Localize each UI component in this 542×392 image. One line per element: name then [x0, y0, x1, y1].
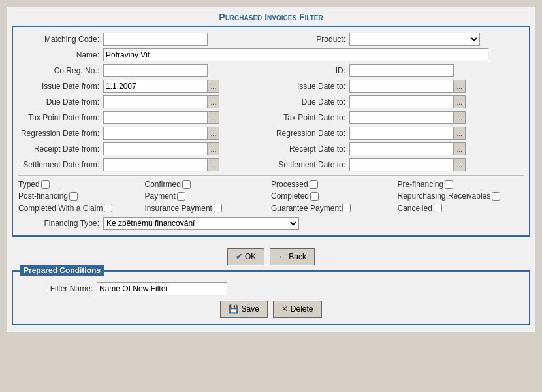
name-input[interactable]: [103, 48, 488, 61]
product-label: Product:: [271, 35, 349, 44]
id-input[interactable]: [349, 64, 454, 77]
delete-icon: ✕: [281, 304, 288, 314]
receipt-to-browse[interactable]: ...: [454, 142, 466, 155]
receipt-from-input[interactable]: [103, 142, 208, 155]
regression-to-label: Regression Date to:: [271, 129, 349, 138]
divider1: [18, 175, 524, 176]
ok-label: OK: [245, 252, 256, 261]
back-button[interactable]: ← Back: [270, 248, 315, 265]
settlement-from-input[interactable]: [103, 158, 208, 171]
receipt-from-group: ...: [103, 142, 219, 155]
cb-completed-claim-group: Completed With a Claim: [18, 204, 145, 213]
regression-from-input[interactable]: [103, 127, 208, 140]
confirmed-label: Confirmed: [145, 180, 181, 189]
coreg-input[interactable]: [103, 64, 208, 77]
receipt-from-browse[interactable]: ...: [208, 142, 219, 155]
financing-type-label: Financing Type:: [18, 219, 103, 228]
matching-code-input[interactable]: [103, 33, 208, 46]
due-date-from-group: ...: [103, 95, 219, 108]
issue-date-to-browse[interactable]: ...: [454, 80, 466, 93]
regression-to-browse[interactable]: ...: [454, 127, 466, 140]
cancelled-label: Cancelled: [398, 204, 432, 213]
issue-date-from-browse[interactable]: ...: [208, 80, 219, 93]
cb-confirmed-group: Confirmed: [145, 180, 272, 189]
row-issue-date: Issue Date from: ... Issue Date to: ...: [18, 80, 524, 93]
regression-from-browse[interactable]: ...: [208, 127, 219, 140]
issue-date-to-group: ...: [349, 80, 466, 93]
save-label: Save: [241, 304, 259, 314]
page-title: Purchased Invoices Filter: [7, 7, 535, 26]
issue-date-from-input[interactable]: [103, 80, 208, 93]
tax-point-from-label: Tax Point Date from:: [18, 113, 103, 122]
pre-financing-checkbox[interactable]: [445, 180, 453, 189]
repurchasing-checkbox[interactable]: [492, 192, 500, 201]
payment-checkbox[interactable]: [177, 192, 185, 201]
post-financing-checkbox[interactable]: [69, 192, 78, 201]
ok-button[interactable]: ✔ OK: [227, 248, 264, 265]
cb-payment-group: Payment: [145, 191, 272, 201]
receipt-to-input[interactable]: [349, 142, 454, 155]
due-date-to-browse[interactable]: ...: [454, 95, 466, 108]
cb-repurchasing-group: Repurchasing Receivables: [398, 191, 524, 201]
settlement-to-input[interactable]: [349, 158, 454, 171]
tax-point-from-group: ...: [103, 111, 219, 124]
processed-checkbox[interactable]: [310, 180, 318, 189]
due-date-from-label: Due Date from:: [18, 97, 103, 106]
coreg-label: Co.Reg. No.:: [18, 66, 103, 75]
checkbox-row-2: Post-financing Payment Completed Repurch…: [18, 191, 524, 201]
save-icon: 💾: [229, 304, 238, 314]
prepared-conditions-legend: Prepared Conditions: [20, 265, 104, 276]
financing-type-row: Financing Type: Ke zpětnému financování: [18, 217, 524, 230]
product-select[interactable]: [349, 33, 480, 46]
settlement-from-group: ...: [103, 158, 219, 171]
financing-type-select[interactable]: Ke zpětnému financování: [103, 217, 299, 230]
regression-to-input[interactable]: [349, 127, 454, 140]
typed-label: Typed: [18, 180, 40, 189]
cb-completed-group: Completed: [271, 191, 398, 201]
completed-checkbox[interactable]: [310, 192, 319, 201]
tax-point-from-input[interactable]: [103, 111, 208, 124]
settlement-to-browse[interactable]: ...: [454, 158, 466, 171]
row-settlement-date: Settlement Date from: ... Settlement Dat…: [18, 158, 524, 171]
typed-checkbox[interactable]: [41, 180, 50, 189]
receipt-to-group: ...: [349, 142, 466, 155]
completed-claim-checkbox[interactable]: [104, 204, 112, 212]
regression-from-group: ...: [103, 127, 219, 140]
cancelled-checkbox[interactable]: [434, 204, 442, 212]
settlement-from-browse[interactable]: ...: [208, 158, 219, 171]
due-date-to-input[interactable]: [349, 95, 454, 108]
row-name: Name:: [18, 48, 524, 61]
settlement-from-label: Settlement Date from:: [18, 160, 103, 169]
matching-code-label: Matching Code:: [18, 35, 103, 44]
due-date-to-group: ...: [349, 95, 466, 108]
insurance-payment-checkbox[interactable]: [214, 204, 222, 212]
save-delete-row: 💾 Save ✕ Delete: [18, 301, 524, 318]
tax-point-to-group: ...: [349, 111, 466, 124]
receipt-from-label: Receipt Date from:: [18, 144, 103, 154]
issue-date-from-group: ...: [103, 80, 219, 93]
issue-date-from-label: Issue Date from:: [18, 82, 103, 91]
cb-typed-group: Typed: [18, 180, 145, 189]
tax-point-to-input[interactable]: [349, 111, 454, 124]
due-date-from-input[interactable]: [103, 95, 208, 108]
filter-name-input[interactable]: [97, 282, 227, 295]
cb-insurance-payment-group: Insurance Payment: [145, 204, 272, 213]
tax-point-to-browse[interactable]: ...: [454, 111, 466, 124]
delete-button[interactable]: ✕ Delete: [273, 301, 322, 318]
due-date-to-label: Due Date to:: [271, 97, 349, 106]
issue-date-to-input[interactable]: [349, 80, 454, 93]
confirmed-checkbox[interactable]: [182, 180, 191, 189]
cb-processed-group: Processed: [271, 180, 398, 189]
name-label: Name:: [18, 50, 103, 59]
save-button[interactable]: 💾 Save: [220, 301, 267, 318]
filter-panel: Matching Code: Product: Name: Co.Reg. No…: [12, 26, 530, 237]
checkbox-row-1: Typed Confirmed Processed Pre-financing: [18, 180, 524, 189]
filter-name-row: Filter Name:: [18, 282, 524, 295]
tax-point-from-browse[interactable]: ...: [208, 111, 219, 124]
guarantee-payment-checkbox[interactable]: [342, 204, 351, 212]
issue-date-to-label: Issue Date to:: [271, 82, 349, 91]
due-date-from-browse[interactable]: ...: [208, 95, 219, 108]
delete-label: Delete: [291, 304, 313, 314]
regression-from-label: Regression Date from:: [18, 129, 103, 138]
row-receipt-date: Receipt Date from: ... Receipt Date to: …: [18, 142, 524, 155]
